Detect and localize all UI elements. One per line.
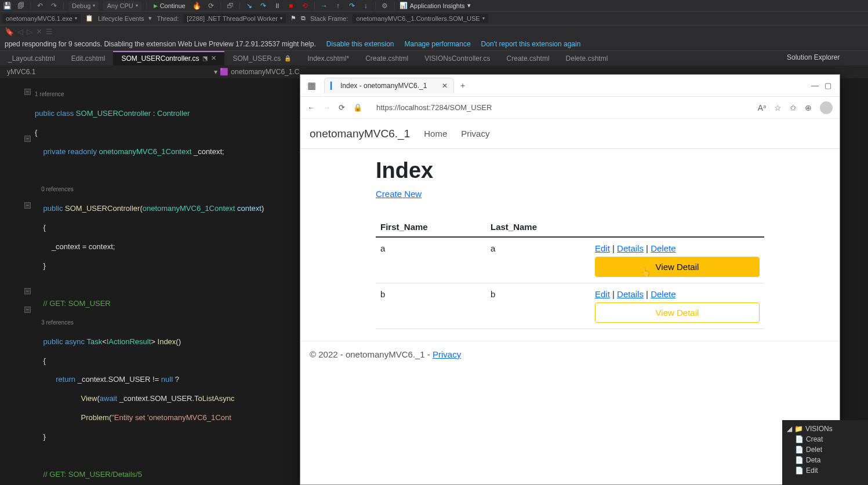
close-tab-icon[interactable]: ✕ bbox=[442, 82, 448, 90]
fav2-icon[interactable]: ✩ bbox=[790, 103, 797, 112]
disable-extension-link[interactable]: Disable this extension bbox=[326, 40, 394, 48]
tree-file[interactable]: 📄 Delet bbox=[785, 444, 866, 455]
tab-create[interactable]: Create.cshtml bbox=[357, 51, 416, 65]
profile-icon[interactable] bbox=[820, 101, 833, 114]
fold-column: − − − − − bbox=[23, 78, 32, 485]
footer-privacy-link[interactable]: Privacy bbox=[433, 349, 461, 359]
fold-box-icon[interactable]: − bbox=[24, 89, 31, 95]
page-body: onetomanyMVC6._1 Home Privacy Index Crea… bbox=[300, 119, 840, 484]
continue-button[interactable]: Continue bbox=[151, 1, 188, 10]
hot-reload-icon[interactable]: 🔥 bbox=[193, 1, 202, 10]
solution-explorer-header[interactable]: Solution Explorer bbox=[782, 51, 868, 65]
site-nav: onetomanyMVC6._1 Home Privacy bbox=[300, 119, 840, 149]
platform-dropdown[interactable]: Any CPU bbox=[103, 1, 141, 10]
list-bookmark-icon[interactable]: ☰ bbox=[46, 27, 53, 36]
delete-link[interactable]: Delete bbox=[651, 289, 675, 299]
create-new-link[interactable]: Create New bbox=[376, 189, 422, 199]
notification-bar: pped responding for 9 seconds. Disabling… bbox=[0, 37, 868, 51]
tab-layout[interactable]: _Layout.cshtml bbox=[0, 51, 63, 65]
clear-bookmark-icon[interactable]: ✕ bbox=[36, 27, 42, 36]
breadcrumb-project[interactable]: yMVC6.1 bbox=[5, 68, 38, 76]
solution-explorer-tree[interactable]: ◢ 📁 VISIONs 📄 Creat 📄 Delet 📄 Deta 📄 Edi… bbox=[782, 420, 868, 485]
nav-home-link[interactable]: Home bbox=[424, 129, 447, 138]
tab-actions-icon[interactable]: ▦ bbox=[303, 80, 321, 91]
maximize-icon[interactable]: ▢ bbox=[825, 81, 831, 90]
url-input[interactable] bbox=[371, 101, 750, 114]
close-icon[interactable]: ✕ bbox=[211, 54, 216, 62]
bookmark-icon[interactable]: 🔖 bbox=[5, 27, 14, 36]
tab-controller[interactable]: SOM_USERController.cs ⬔ ✕ bbox=[113, 51, 224, 65]
tree-file[interactable]: 📄 Edit bbox=[785, 465, 866, 476]
edit-link[interactable]: Edit bbox=[595, 289, 610, 299]
view-detail-button[interactable]: View Detail bbox=[595, 302, 760, 323]
refresh-icon[interactable]: ⟳ bbox=[206, 1, 216, 10]
collections-icon[interactable]: ⊕ bbox=[805, 103, 812, 112]
users-table: First_Name Last_Name a a Edit | Details … bbox=[376, 217, 764, 329]
fold-box-icon[interactable]: − bbox=[24, 307, 31, 313]
site-brand[interactable]: onetomanyMVC6._1 bbox=[310, 127, 410, 140]
manage-performance-link[interactable]: Manage performance bbox=[405, 40, 471, 48]
site-footer: © 2022 - onetomanyMVC6._1 - Privacy bbox=[300, 341, 840, 367]
stop-icon[interactable]: ■ bbox=[286, 1, 296, 10]
step-out-icon[interactable]: ↑ bbox=[333, 1, 343, 10]
stackframe-label: Stack Frame: bbox=[310, 15, 348, 22]
view-detail-button[interactable]: View Detail bbox=[595, 257, 760, 277]
redo-icon[interactable]: ↷ bbox=[49, 1, 59, 10]
stackframe-dropdown[interactable]: onetomanyMVC6._1.Controllers.SOM_USE bbox=[353, 14, 488, 23]
minimize-icon[interactable]: — bbox=[811, 81, 819, 90]
fold-box-icon[interactable]: − bbox=[24, 202, 31, 209]
bookmark-toolbar: 🔖 ◁ ▷ ✕ ☰ bbox=[0, 25, 868, 37]
process-dropdown[interactable]: onetomanyMVC6.1.exe bbox=[2, 14, 81, 23]
step-icon[interactable]: → bbox=[319, 1, 329, 10]
save-all-icon[interactable]: 🗐 bbox=[16, 1, 26, 10]
line-gutter bbox=[0, 78, 23, 485]
favorite-icon[interactable]: ☆ bbox=[774, 103, 782, 112]
step-over2-icon[interactable]: ↷ bbox=[347, 1, 357, 10]
prev-bookmark-icon[interactable]: ◁ bbox=[17, 27, 23, 36]
save-icon[interactable]: 💾 bbox=[2, 1, 12, 10]
fold-box-icon[interactable]: − bbox=[24, 288, 31, 294]
next-bookmark-icon[interactable]: ▷ bbox=[27, 27, 32, 36]
site-info-icon[interactable]: 🔒 bbox=[353, 103, 362, 112]
tree-folder[interactable]: ◢ 📁 VISIONs bbox=[785, 424, 866, 434]
tree-file[interactable]: 📄 Creat bbox=[785, 434, 866, 444]
pause-icon[interactable]: ⏸ bbox=[273, 1, 282, 10]
tree-file[interactable]: 📄 Deta bbox=[785, 455, 866, 465]
tab-create2[interactable]: Create.cshtml bbox=[499, 51, 558, 65]
reload-icon[interactable]: ⟳ bbox=[339, 103, 345, 112]
app-insights-button[interactable]: 📊 Application Insights ▾ bbox=[400, 2, 471, 9]
tab-delete[interactable]: Delete.cshtml bbox=[558, 51, 616, 65]
restart-icon[interactable]: ⟲ bbox=[300, 1, 310, 10]
nav-privacy-link[interactable]: Privacy bbox=[461, 129, 489, 138]
details-link[interactable]: Details bbox=[617, 289, 644, 299]
read-aloud-icon[interactable]: Aᵃ bbox=[758, 103, 766, 112]
thread-dropdown[interactable]: [2288] .NET ThreadPool Worker bbox=[183, 14, 286, 23]
config-dropdown[interactable]: Debug bbox=[68, 1, 99, 10]
back-icon[interactable]: ← bbox=[307, 103, 315, 112]
delete-link[interactable]: Delete bbox=[651, 243, 675, 253]
new-tab-icon[interactable]: ＋ bbox=[459, 81, 467, 91]
flag-icon[interactable]: ⚑ bbox=[290, 14, 296, 22]
step-into2-icon[interactable]: ↓ bbox=[361, 1, 371, 10]
step-over-icon[interactable]: ↷ bbox=[259, 1, 268, 10]
pin-icon[interactable]: ⬔ bbox=[202, 55, 208, 61]
breadcrumb-namespace[interactable]: ▾ 🟪onetomanyMVC6_1.C bbox=[212, 68, 302, 76]
details-link[interactable]: Details bbox=[617, 243, 644, 253]
browser-tab[interactable]: ▎ Index - onetomanyMVC6._1 ✕ bbox=[324, 78, 454, 93]
edit-link[interactable]: Edit bbox=[595, 243, 610, 253]
browser-link-icon[interactable]: 🗗 bbox=[226, 1, 235, 10]
tab-som-user[interactable]: SOM_USER.cs 🔒 bbox=[224, 51, 299, 65]
debug-toolbar: onetomanyMVC6.1.exe 📋 Lifecycle Events ▾… bbox=[0, 12, 868, 25]
tab-edit[interactable]: Edit.cshtml bbox=[63, 51, 114, 65]
threads-icon[interactable]: ⧉ bbox=[301, 14, 306, 22]
step-into-icon[interactable]: ↘ bbox=[245, 1, 254, 10]
tab-index[interactable]: Index.cshtml* bbox=[299, 51, 357, 65]
lifecycle-icon[interactable]: 📋 bbox=[85, 14, 93, 22]
fold-box-icon[interactable]: − bbox=[24, 136, 31, 142]
undo-icon[interactable]: ↶ bbox=[35, 1, 45, 10]
main-toolbar: 💾 🗐 ↶ ↷ Debug Any CPU Continue 🔥 ⟳ 🗗 ↘ ↷… bbox=[0, 0, 868, 12]
dont-report-link[interactable]: Don't report this extension again bbox=[481, 40, 581, 48]
browser-titlebar: ▦ ▎ Index - onetomanyMVC6._1 ✕ ＋ — ▢ bbox=[300, 75, 840, 97]
tool-icon[interactable]: ⚙ bbox=[380, 1, 390, 10]
tab-visions[interactable]: VISIONsController.cs bbox=[416, 51, 498, 65]
